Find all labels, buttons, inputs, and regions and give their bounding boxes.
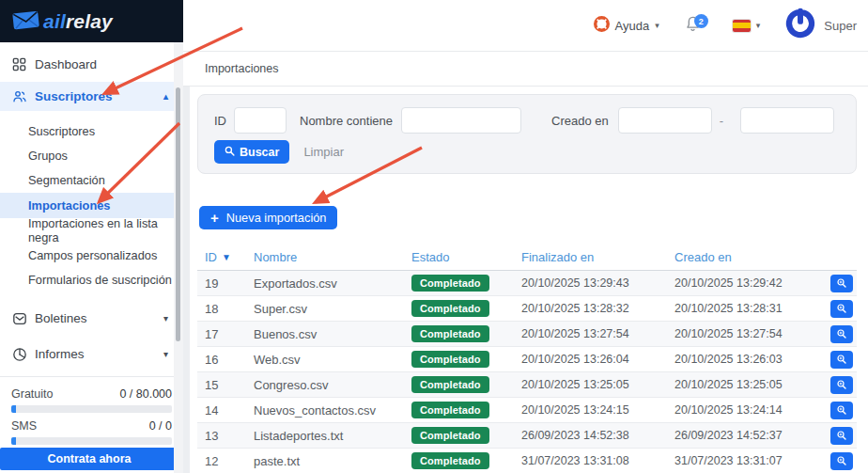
cell-estado: Completado [404,427,514,444]
contrata-ahora-button[interactable]: Contrata ahora [0,448,178,470]
view-import-button[interactable] [830,402,853,419]
view-import-button[interactable] [830,351,853,369]
name-filter-label: Nombre contiene [300,114,393,128]
column-header-estado[interactable]: Estado [404,250,514,264]
cell-actions [808,300,857,318]
imports-table: ID▼NombreEstadoFinalizado enCreado en 19… [197,244,857,473]
cell-finalizado-en: 20/10/2025 13:25:05 [514,378,667,391]
magnifier-zoom-icon [836,277,847,289]
sidebar-item-informes[interactable]: Informes ▾ [0,338,183,371]
cell-nombre: Nuevos_contactos.csv [246,403,404,418]
cell-nombre: paste.txt [246,454,404,468]
view-import-button[interactable] [830,427,853,445]
cell-estado: Completado [404,351,514,368]
username-label: Super [824,19,857,33]
cell-id: 14 [197,403,246,418]
cell-estado: Completado [404,325,514,342]
sidebar-subitem-importaciones-en-la-lista-negra[interactable]: Importaciones en la lista negra [0,218,183,243]
search-button-label: Buscar [240,146,279,159]
id-filter-input[interactable] [234,107,287,134]
newsletter-envelope-icon [11,310,27,326]
sidebar-subitem-grupos[interactable]: Grupos [0,143,183,167]
magnifier-zoom-icon [836,404,847,416]
table-row: 19Exportados.csvCompletado20/10/2025 13:… [197,271,857,296]
cell-creado-en: 20/10/2025 13:28:31 [667,302,808,315]
usage-progress-fill [11,437,16,445]
cell-id: 13 [197,429,246,443]
sidebar-item-label: Dashboard [35,57,97,71]
sidebar-item-dashboard[interactable]: Dashboard [0,46,183,82]
view-import-button[interactable] [830,300,853,318]
view-import-button[interactable] [830,452,853,470]
cell-creado-en: 31/07/2023 13:31:07 [667,454,808,467]
language-selector[interactable]: ▾ [733,20,761,32]
magnifier-zoom-icon [836,354,847,365]
status-badge: Completado [411,427,489,444]
status-badge: Completado [411,325,489,342]
cell-actions [808,427,857,445]
cell-nombre: Buenos.csv [246,327,404,341]
sidebar-scrollbar-thumb[interactable] [176,87,180,341]
cell-finalizado-en: 31/07/2023 13:31:08 [514,454,667,467]
chevron-down-icon: ▾ [163,349,172,359]
cell-creado-en: 20/10/2025 13:24:14 [667,403,808,417]
column-header-nombre[interactable]: Nombre [246,250,404,264]
imports-table-body: 19Exportados.csvCompletado20/10/2025 13:… [197,271,857,473]
cell-nombre: Web.csv [246,353,404,367]
sidebar-scrollbar-track[interactable] [174,42,183,473]
sidebar-subitem-importaciones[interactable]: Importaciones [0,193,183,217]
usage-value: 0 / 80.000 [119,387,172,401]
cell-estado: Completado [404,452,514,469]
view-import-button[interactable] [830,325,853,343]
cell-actions [808,402,857,419]
column-header-id[interactable]: ID▼ [197,250,246,264]
status-badge: Completado [411,275,489,292]
created-to-input[interactable] [740,107,834,134]
imports-table-header: ID▼NombreEstadoFinalizado enCreado en [197,244,857,271]
magnifier-zoom-icon [836,379,847,390]
cell-actions [808,275,857,292]
usage-row: Gratuito0 / 80.000 [11,387,172,401]
sidebar-subitem-segmentaci-n[interactable]: Segmentación [0,168,183,193]
notifications-button[interactable]: 2 [684,14,705,37]
new-import-button[interactable]: + Nueva importación [199,206,337,229]
cell-id: 19 [197,276,246,291]
cell-id: 15 [197,378,246,392]
sidebar-nav: Dashboard Suscriptores ▴ SuscriptoresGru… [0,42,183,445]
cell-finalizado-en: 26/09/2023 14:52:38 [514,429,667,442]
cell-finalizado-en: 20/10/2025 13:27:54 [514,327,667,340]
help-menu[interactable]: Ayuda ▾ [594,16,659,36]
column-header-creado-en[interactable]: Creado en [667,250,808,264]
search-button[interactable]: Buscar [214,140,289,164]
sidebar-subitem-formularios-de-suscripci-n[interactable]: Formularios de suscripción [0,267,183,292]
people-icon [11,88,27,104]
cell-creado-en: 20/10/2025 13:26:03 [667,353,808,366]
sidebar-subitem-campos-personalizados[interactable]: Campos personalizados [0,243,183,267]
usage-progress-bar [11,405,172,413]
created-from-input[interactable] [618,107,712,134]
help-label: Ayuda [615,19,650,33]
cell-id: 12 [197,454,246,468]
sidebar-item-boletines[interactable]: Boletines ▾ [0,300,183,338]
status-badge: Completado [411,300,489,317]
name-filter-input[interactable] [401,107,521,134]
suscriptores-submenu: SuscriptoresGruposSegmentaciónImportacio… [0,111,183,292]
sidebar-item-suscriptores[interactable]: Suscriptores ▴ [0,82,183,111]
magnifier-zoom-icon [836,430,847,441]
status-badge: Completado [411,452,489,469]
clear-filters-link[interactable]: Limpiar [303,145,344,159]
notification-count-badge: 2 [694,14,708,28]
sidebar-subitem-suscriptores[interactable]: Suscriptores [0,118,183,143]
table-row: 18Super.csvCompletado20/10/2025 13:28:32… [197,296,857,322]
usage-label: Gratuito [11,387,53,401]
search-filter-panel: ID Nombre contiene Creado en - Buscar Li… [197,94,857,174]
user-menu[interactable]: Super [784,8,857,43]
power-logout-icon [784,8,816,43]
view-import-button[interactable] [830,275,853,292]
view-import-button[interactable] [830,376,853,394]
cell-finalizado-en: 20/10/2025 13:29:43 [514,276,667,290]
status-badge: Completado [411,376,489,393]
cell-actions [808,376,857,394]
column-header-finalizado-en[interactable]: Finalizado en [514,250,667,264]
brand-logo[interactable]: ailrelay [0,0,183,42]
